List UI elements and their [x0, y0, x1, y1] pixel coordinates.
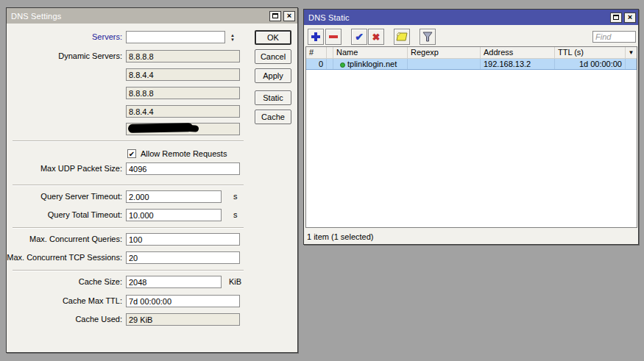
cache-used-field [126, 313, 240, 326]
ok-button[interactable]: OK [255, 30, 291, 45]
sort-dropdown-icon: ▼ [629, 49, 634, 56]
enable-button[interactable]: ✔ [351, 29, 367, 45]
max-concurrent-queries-input[interactable] [126, 233, 240, 246]
dynamic-server-row [7, 68, 297, 81]
maximize-button[interactable] [269, 11, 281, 21]
remove-icon [329, 35, 338, 38]
servers-label: Servers: [7, 31, 122, 43]
column-header-icon[interactable] [327, 47, 333, 59]
table-row[interactable]: 0 tplinklogin.net 192.168.13.2 1d 00:00:… [306, 59, 637, 70]
row-ttl: 1d 00:00:00 [555, 59, 626, 69]
cancel-button[interactable]: Cancel [255, 49, 291, 64]
query-total-timeout-unit: s [233, 209, 238, 221]
close-icon: × [287, 12, 291, 20]
query-total-timeout-label: Query Total Timeout: [7, 209, 122, 221]
cache-max-ttl-label: Cache Max TTL: [7, 295, 122, 307]
allow-remote-row: ✔ Allow Remote Requests [7, 148, 297, 160]
column-header-ttl[interactable]: TTL (s) [555, 47, 626, 59]
column-header-name[interactable]: Name [333, 47, 408, 59]
row-num: 0 [306, 59, 327, 69]
max-udp-label: Max UDP Packet Size: [7, 162, 122, 175]
query-server-timeout-unit: s [233, 190, 238, 203]
close-button[interactable]: × [624, 12, 636, 23]
comment-button[interactable] [394, 29, 410, 45]
separator [13, 140, 244, 142]
redacted-scribble [128, 123, 193, 133]
dynamic-server-row [7, 105, 297, 118]
dns-static-table: # Name Regexp Address TTL (s) ▼ 0 tplink… [305, 46, 637, 228]
separator [13, 227, 244, 229]
cache-button[interactable]: Cache [255, 110, 291, 124]
max-udp-input[interactable] [126, 162, 240, 175]
cache-used-row: Cache Used: [7, 313, 297, 326]
dns-settings-titlebar[interactable]: DNS Settings × [7, 8, 297, 24]
cache-max-ttl-input[interactable] [126, 295, 240, 307]
table-header: # Name Regexp Address TTL (s) ▼ [306, 47, 637, 59]
query-server-timeout-input[interactable] [126, 190, 222, 203]
cache-size-label: Cache Size: [7, 276, 122, 288]
max-concurrent-tcp-label: Max. Concurrent TCP Sessions: [7, 251, 122, 264]
cache-used-label: Cache Used: [7, 313, 122, 326]
dns-static-titlebar[interactable]: DNS Static × [304, 10, 638, 25]
maximize-button[interactable] [610, 12, 622, 23]
query-total-timeout-row: Query Total Timeout: s [7, 209, 297, 221]
row-name: tplinklogin.net [347, 60, 397, 68]
allow-remote-label: Allow Remote Requests [141, 148, 227, 160]
servers-spinner[interactable]: ▲ ▼ [228, 32, 237, 43]
query-total-timeout-input[interactable] [126, 209, 222, 221]
window-title: DNS Static [308, 13, 608, 22]
column-options-button[interactable]: ▼ [626, 47, 637, 59]
window-title: DNS Settings [11, 12, 267, 21]
dynamic-servers-label: Dynamic Servers: [7, 50, 122, 62]
cache-size-input[interactable] [126, 276, 222, 288]
dynamic-server-5 [126, 123, 240, 135]
maximize-icon [272, 13, 278, 18]
row-name-cell: tplinklogin.net [333, 59, 408, 69]
disable-button[interactable]: ✖ [368, 29, 384, 45]
dynamic-server-2 [126, 68, 240, 81]
add-button[interactable] [308, 29, 324, 45]
dynamic-server-row: Dynamic Servers: [7, 50, 297, 62]
comment-icon [396, 32, 408, 42]
cache-size-unit: KiB [229, 276, 241, 288]
column-header-address[interactable]: Address [481, 47, 555, 59]
status-dot-icon [340, 62, 345, 68]
column-header-num[interactable]: # [306, 47, 327, 59]
cache-max-ttl-row: Cache Max TTL: [7, 295, 297, 307]
dynamic-server-1 [126, 50, 240, 62]
find-input[interactable] [592, 31, 636, 43]
max-udp-row: Max UDP Packet Size: [7, 162, 297, 175]
row-address: 192.168.13.2 [481, 59, 555, 69]
desktop: DNS Settings × Servers: ▲ ▼ Dynamic Serv… [0, 0, 644, 361]
max-concurrent-queries-row: Max. Concurrent Queries: [7, 233, 297, 246]
separator [13, 270, 244, 271]
close-button[interactable]: × [283, 11, 295, 21]
dns-static-window: DNS Static × ✔ ✖ # Name Reg [303, 9, 639, 245]
enable-icon: ✔ [355, 32, 364, 42]
row-regexp [408, 59, 481, 69]
query-server-timeout-row: Query Server Timeout: s [7, 190, 297, 203]
disable-icon: ✖ [372, 32, 381, 42]
spinner-down-icon[interactable]: ▼ [230, 37, 235, 42]
max-concurrent-queries-label: Max. Concurrent Queries: [7, 233, 122, 246]
dynamic-server-row [7, 87, 297, 99]
remove-button[interactable] [325, 29, 342, 45]
add-icon [311, 32, 321, 42]
query-server-timeout-label: Query Server Timeout: [7, 190, 122, 203]
static-button[interactable]: Static [255, 90, 291, 105]
max-concurrent-tcp-row: Max. Concurrent TCP Sessions: [7, 251, 297, 264]
apply-button[interactable]: Apply [255, 68, 291, 83]
separator [13, 185, 244, 186]
row-arrow-cell [626, 59, 637, 69]
filter-button[interactable] [420, 29, 436, 45]
status-bar: 1 item (1 selected) [307, 231, 373, 243]
dns-settings-window: DNS Settings × Servers: ▲ ▼ Dynamic Serv… [6, 7, 298, 353]
maximize-icon [613, 15, 619, 20]
dynamic-server-3 [126, 87, 240, 99]
servers-input[interactable] [126, 31, 225, 43]
max-concurrent-tcp-input[interactable] [126, 251, 240, 264]
dynamic-server-row [7, 123, 297, 135]
allow-remote-checkbox[interactable]: ✔ [127, 149, 136, 158]
cache-size-row: Cache Size: KiB [7, 276, 297, 288]
column-header-regexp[interactable]: Regexp [408, 47, 481, 59]
